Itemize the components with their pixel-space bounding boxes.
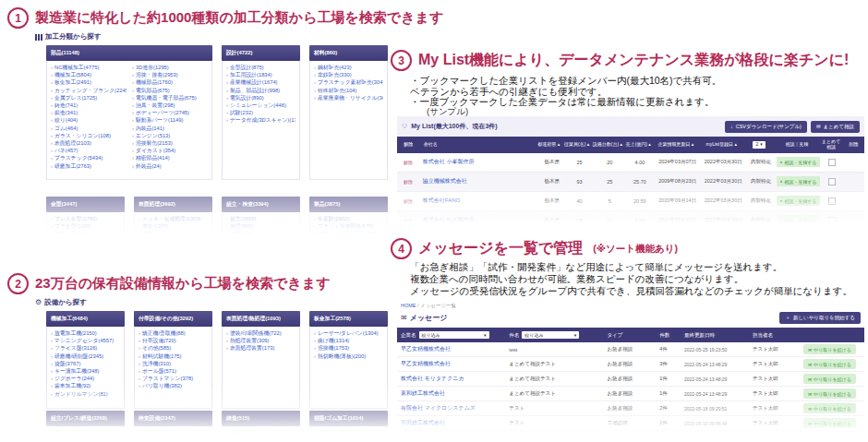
equipment-link[interactable]: ›バリ取り機(382) (139, 382, 208, 389)
category-link-text[interactable]: 産業機械設計(1674) (230, 79, 278, 85)
remove-bookmark-link[interactable]: 解除 (404, 160, 413, 165)
category-link-text[interactable]: プラント製造関係(675) (318, 223, 373, 229)
equipment-link[interactable]: ›ジグボーラ(244) (51, 375, 120, 382)
column-last-updated[interactable]: 最終更新日時 (681, 332, 749, 339)
category-link[interactable]: ›塗装(1305) (139, 222, 208, 230)
category-link-text[interactable]: 組立(2669) (230, 216, 256, 221)
category-link-text[interactable]: エンジン(513) (136, 133, 170, 138)
category-link[interactable]: ›鋳造(741) (51, 102, 127, 109)
category-link-text[interactable]: 産業廃棄物・リサイクル(34) (318, 95, 383, 101)
category-link-text[interactable]: 鋼材販売(423) (318, 65, 352, 70)
company-filter-select[interactable]: 絞り込み▾ (419, 331, 489, 339)
equipment-link-text[interactable]: 溶接機(1753) (318, 345, 349, 351)
column-registered-sort[interactable]: myList登録日 ▴ (700, 137, 743, 153)
category-link[interactable]: ›試験(232) (226, 109, 295, 116)
category-link-text[interactable]: 溶接・接着(2953) (136, 72, 178, 78)
category-link-text[interactable]: 鋳造(741) (54, 102, 78, 108)
equipment-link-text[interactable]: バリ取り機(382) (142, 383, 182, 388)
category-link[interactable]: ›鍛造(341) (51, 109, 127, 116)
category-link-text[interactable]: 塗装(1305) (142, 223, 168, 229)
message-company-link[interactable]: 早乙女精機株式会社 (401, 361, 451, 366)
equipment-link[interactable]: ›測定器(748) (139, 429, 208, 436)
category-link-text[interactable]: 精密部品(414) (136, 155, 170, 161)
category-link-text[interactable]: メッキ・化成処理(1363) (142, 216, 201, 221)
consult-quote-button[interactable]: ●相談・見積する (777, 196, 821, 206)
category-link[interactable]: ›ゴム(464) (51, 125, 127, 132)
category-link-text[interactable]: 3D造形(1295) (136, 65, 169, 70)
equipment-link-text[interactable]: その他(585) (142, 345, 171, 351)
category-link[interactable]: ›研磨加工(2763) (51, 162, 127, 170)
equipment-link[interactable]: ›放電加工機(2150) (51, 329, 120, 337)
category-link[interactable]: ›鋼材販売(423) (314, 64, 383, 71)
category-link[interactable]: ›シミュレーション(446) (226, 102, 295, 109)
equipment-link[interactable]: ›熱処理装置(309) (226, 337, 295, 344)
equipment-link[interactable]: ›ボール盤(571) (139, 367, 208, 375)
category-link[interactable]: ›産業機械設計(1674) (226, 78, 295, 86)
category-link-text[interactable]: 金属プレス(1725) (54, 95, 97, 101)
category-link[interactable]: ›プラスチック(5434) (51, 154, 127, 161)
category-link-text[interactable]: 表面処理(2103) (54, 140, 91, 146)
equipment-link[interactable]: ›ガンドリルマシン(81) (51, 390, 120, 398)
continue-conversation-button[interactable]: ✉やり取りを続ける (803, 403, 856, 413)
message-company-link[interactable]: テスト株式会社 (401, 435, 440, 440)
category-link[interactable]: ›駆動系パーツ(1149) (132, 116, 208, 124)
equipment-link[interactable]: ›鋳造機(45) (226, 429, 295, 436)
column-prefecture-sort[interactable]: 都道府県 ▴ (535, 137, 562, 153)
message-company-link[interactable]: 早乙女精機株式会社 (401, 346, 451, 352)
category-link[interactable]: ›ボディーパーツ(2745) (132, 109, 208, 116)
category-link[interactable]: ›非鉄販売(330) (314, 71, 383, 78)
equipment-link[interactable]: ›表面処理装置(173) (226, 344, 295, 352)
equipment-link[interactable]: ›研磨機/研削盤(2345) (51, 352, 120, 360)
equipment-link-text[interactable]: 樹脂成形機(930) (318, 430, 357, 436)
continue-conversation-button[interactable]: ✉やり取りを続ける (803, 344, 856, 354)
category-link[interactable]: ›金属プレス(1725) (51, 94, 127, 102)
equipment-link[interactable]: ›キー溝加工機(348) (51, 367, 120, 375)
category-link[interactable]: ›製品、部品設計(998) (226, 87, 295, 94)
category-link[interactable]: ›生産財(2902) (314, 215, 383, 222)
category-link[interactable]: ›組立(2669) (226, 215, 295, 222)
category-link-text[interactable]: 絞り(404) (54, 117, 78, 123)
equipment-link-text[interactable]: 歯車加工機(92) (54, 383, 90, 388)
equipment-link-text[interactable]: ガンドリルマシン(81) (54, 391, 108, 397)
category-link[interactable]: ›溶接製缶(2153) (132, 139, 208, 147)
category-link-text[interactable]: プラスチック(5434) (54, 155, 102, 161)
category-link[interactable]: ›建築・土木資材関係(346) (314, 230, 383, 237)
equipment-link-text[interactable]: フライス盤(3126) (54, 345, 97, 351)
equipment-link[interactable]: ›マシニングセンタ(4557) (51, 337, 120, 344)
equipment-link[interactable]: ›熱切断機(薄板)(200) (314, 352, 383, 360)
category-link-text[interactable]: カッティング・ブランク(2245) (54, 88, 127, 93)
equipment-link-text[interactable]: 洗浄機(310) (142, 361, 171, 366)
category-link[interactable]: ›ダイカスト(354) (132, 147, 208, 154)
category-link[interactable]: ›データ作成(3Dスキャン)(131) (226, 116, 295, 124)
category-link-text[interactable]: 機械部品(1760) (136, 79, 173, 85)
message-company-link[interactable]: 有限会社 マイクロシステムズ (401, 405, 476, 411)
equipment-link-text[interactable]: 塗装/印刷関係機(722) (230, 330, 282, 336)
equipment-link-text[interactable]: 曲げ機(1314) (318, 338, 349, 343)
equipment-link-text[interactable]: 熱切断機(薄板)(200) (318, 353, 366, 359)
batch-consult-checkbox[interactable] (828, 217, 836, 224)
category-link[interactable]: ›メッキ・化成処理(1363) (139, 215, 208, 222)
category-link-text[interactable]: ガラス・シリコン(108) (54, 133, 111, 138)
equipment-link-text[interactable]: マシニングセンタ(4557) (54, 338, 114, 343)
category-link[interactable]: ›機械加工(5804) (51, 71, 127, 78)
company-link[interactable]: 株式会社 小峯製作所 (423, 158, 475, 166)
equipment-link-text[interactable]: ジグボーラ(244) (54, 376, 94, 381)
category-link-text[interactable]: 鋳造金型(575) (54, 231, 89, 236)
category-link-text[interactable]: 生産財(2902) (318, 216, 349, 221)
equipment-link[interactable]: ›曲げ機(1314) (314, 337, 383, 344)
message-company-link[interactable]: 株式会社 モリタテクニカ (401, 376, 464, 381)
category-link-text[interactable]: 非鉄販売(330) (318, 72, 352, 78)
category-link-text[interactable]: 製品、部品設計(998) (230, 88, 280, 93)
message-company-link[interactable]: 平田鉄工株式会社 (401, 420, 445, 425)
equipment-link-text[interactable]: 研磨機/研削盤(2345) (54, 353, 103, 359)
equipment-link-text[interactable]: ブラストマシン(378) (142, 376, 193, 381)
equipment-link-text[interactable]: 材料試験機(175) (142, 353, 182, 359)
category-link[interactable]: ›内装品(141) (132, 125, 208, 132)
category-link[interactable]: ›プラスチック素材販売(304) (314, 78, 383, 86)
category-link-text[interactable]: 電気機器・電子部品(675) (136, 95, 197, 101)
category-link-text[interactable]: 機械加工(5804) (54, 72, 91, 78)
equipment-link[interactable]: ›旋盤(3767) (51, 360, 120, 367)
equipment-link-text[interactable]: ボール盤(571) (142, 368, 176, 374)
column-employees-sort[interactable]: 従業員(名) ▴ (562, 137, 590, 153)
category-link[interactable]: ›検査(900) (226, 230, 295, 237)
